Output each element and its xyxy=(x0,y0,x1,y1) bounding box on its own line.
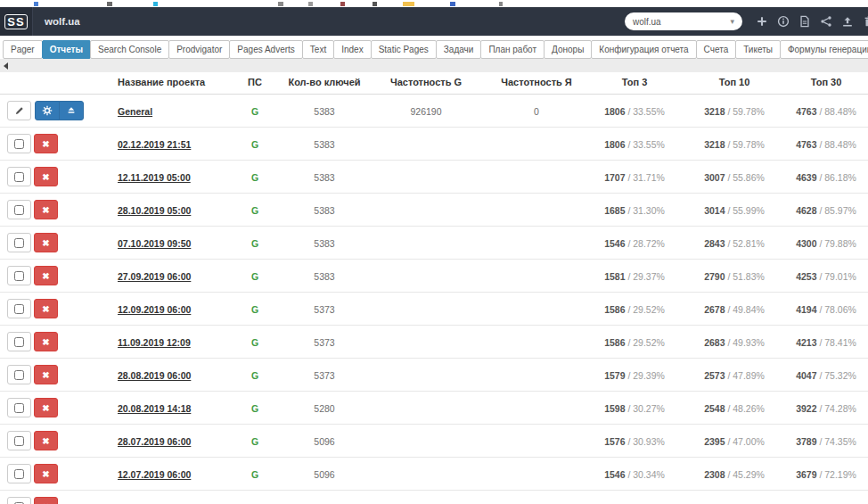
app-logo[interactable]: SS xyxy=(0,7,33,36)
row-checkbox[interactable] xyxy=(14,403,24,413)
scroll-left-icon[interactable] xyxy=(4,62,8,70)
keys-count: 5280 xyxy=(285,392,364,425)
project-link[interactable]: 28.07.2019 06:00 xyxy=(118,436,191,447)
favicon-sliver xyxy=(153,2,158,6)
row-select-button[interactable] xyxy=(7,365,31,384)
table-row: ✖ 12.09.2019 06:00 G 5373 1586 / 29.52% … xyxy=(0,293,868,326)
project-link[interactable]: 12.09.2019 06:00 xyxy=(118,304,191,315)
project-link[interactable]: 12.07.2019 06:00 xyxy=(118,469,191,480)
row-checkbox[interactable] xyxy=(14,139,24,149)
share-icon[interactable] xyxy=(820,15,832,28)
tab-index[interactable]: Index xyxy=(333,40,371,59)
tab-pager[interactable]: Pager xyxy=(3,40,43,59)
delete-row-button[interactable]: ✖ xyxy=(34,464,58,483)
delete-row-button[interactable]: ✖ xyxy=(34,266,58,285)
project-link[interactable]: 02.12.2019 21:51 xyxy=(118,139,191,150)
row-select-button[interactable] xyxy=(7,497,31,504)
row-checkbox[interactable] xyxy=(14,469,24,479)
row-select-button[interactable] xyxy=(7,200,31,219)
top3-count: 1576 xyxy=(604,436,625,447)
frequency-g xyxy=(364,293,488,326)
row-checkbox[interactable] xyxy=(14,238,24,248)
top3-count: 1546 xyxy=(604,238,625,249)
row-checkbox[interactable] xyxy=(14,436,24,446)
row-select-button[interactable] xyxy=(7,431,31,450)
row-checkbox[interactable] xyxy=(14,370,24,380)
settings-button[interactable] xyxy=(35,101,60,120)
row-checkbox[interactable] xyxy=(14,205,24,215)
info-icon[interactable] xyxy=(777,15,790,28)
top30-count: 4763 xyxy=(796,106,816,117)
project-link[interactable]: 12.11.2019 05:00 xyxy=(118,172,191,183)
row-select-button[interactable] xyxy=(7,134,31,153)
row-checkbox[interactable] xyxy=(14,172,24,182)
top30-percent: / 79.01% xyxy=(816,271,856,282)
project-select[interactable]: wolf.ua ▾ xyxy=(625,12,742,30)
top3-percent: / 33.55% xyxy=(625,139,664,150)
project-link[interactable]: 07.10.2019 09:50 xyxy=(118,238,191,249)
upload-button[interactable] xyxy=(59,101,84,120)
tab-отчеты[interactable]: Отчеты xyxy=(42,40,91,59)
tab-text[interactable]: Text xyxy=(302,40,334,59)
top10-percent: / 45.29% xyxy=(725,469,764,480)
delete-row-button[interactable]: ✖ xyxy=(34,332,58,351)
delete-icon: ✖ xyxy=(42,370,49,380)
row-checkbox[interactable] xyxy=(14,304,24,314)
table-row: ✖ 27.06.2019 06:00 G 5094 1509 / 29.62% … xyxy=(0,491,868,504)
row-checkbox[interactable] xyxy=(14,271,24,281)
delete-row-button[interactable]: ✖ xyxy=(34,233,58,252)
keys-count: 5373 xyxy=(285,326,364,359)
brand-link[interactable]: wolf.ua xyxy=(45,16,80,27)
tab-search-console[interactable]: Search Console xyxy=(90,40,169,59)
tab-конфигурация-отчета[interactable]: Конфигурация отчета xyxy=(591,40,696,59)
project-link[interactable]: 11.09.2019 12:09 xyxy=(118,337,191,348)
delete-row-button[interactable]: ✖ xyxy=(34,497,58,504)
tab-формулы-генерации[interactable]: Формулы генерации xyxy=(780,40,868,59)
top3-cell: 1598 / 30.27% xyxy=(585,392,684,425)
search-engine-label: G xyxy=(251,469,258,480)
top30-percent: / 72.19% xyxy=(816,469,856,480)
tab-счета[interactable]: Счета xyxy=(696,40,737,59)
tab-prodvigator[interactable]: Prodvigator xyxy=(168,40,230,59)
project-link[interactable]: 20.08.2019 14:18 xyxy=(118,403,191,414)
tab-static-pages[interactable]: Static Pages xyxy=(371,40,437,59)
delete-row-button[interactable]: ✖ xyxy=(34,167,58,186)
tab-тикеты[interactable]: Тикеты xyxy=(735,40,781,59)
row-select-button[interactable] xyxy=(7,332,31,351)
row-select-button[interactable] xyxy=(7,464,31,483)
file-icon[interactable] xyxy=(798,15,811,28)
delete-row-button[interactable]: ✖ xyxy=(34,299,58,318)
tab-доноры[interactable]: Доноры xyxy=(544,40,592,59)
delete-row-button[interactable]: ✖ xyxy=(34,134,58,153)
top10-percent: / 55.99% xyxy=(725,205,764,216)
delete-row-button[interactable]: ✖ xyxy=(34,200,58,219)
search-engine-label: G xyxy=(251,205,258,216)
project-link[interactable]: 27.09.2019 06:00 xyxy=(118,271,191,282)
delete-row-button[interactable]: ✖ xyxy=(34,398,58,417)
project-link[interactable]: 28.08.2019 06:00 xyxy=(118,370,191,381)
tab-pages-adverts[interactable]: Pages Adverts xyxy=(229,40,302,59)
project-link[interactable]: 28.10.2019 05:00 xyxy=(118,205,191,216)
row-select-button[interactable] xyxy=(7,167,31,186)
plus-icon[interactable] xyxy=(756,15,768,28)
top30-count: 3789 xyxy=(796,436,816,447)
top10-percent: / 47.89% xyxy=(725,370,764,381)
upload-icon[interactable] xyxy=(841,15,854,28)
delete-row-button[interactable]: ✖ xyxy=(34,431,58,450)
row-select-button[interactable] xyxy=(7,398,31,417)
row-select-button[interactable] xyxy=(7,299,31,318)
tab-план-работ[interactable]: План работ xyxy=(480,40,545,59)
keys-count: 5383 xyxy=(285,128,364,161)
tab-задачи[interactable]: Задачи xyxy=(436,40,482,59)
edit-button[interactable] xyxy=(7,101,31,120)
trash-icon[interactable] xyxy=(863,15,868,28)
frequency-y xyxy=(488,227,585,260)
keys-count: 5383 xyxy=(285,161,364,194)
row-checkbox[interactable] xyxy=(14,337,24,347)
delete-row-button[interactable]: ✖ xyxy=(34,365,58,384)
top30-percent: / 74.28% xyxy=(816,403,856,414)
horizontal-scroll-strip xyxy=(0,59,868,72)
row-select-button[interactable] xyxy=(7,266,31,285)
project-link[interactable]: General xyxy=(118,106,152,117)
row-select-button[interactable] xyxy=(7,233,31,252)
